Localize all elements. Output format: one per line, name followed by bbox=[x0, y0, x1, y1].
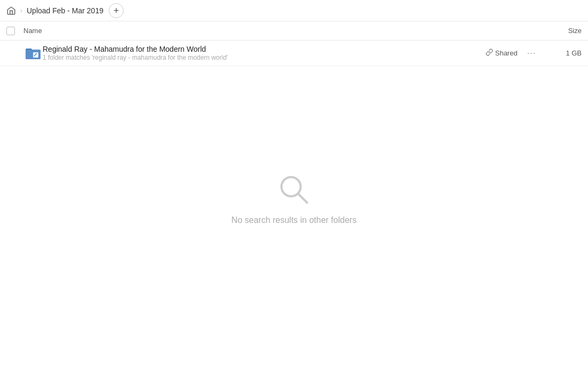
table-row[interactable]: Reginald Ray - Mahamudra for the Modern … bbox=[0, 41, 588, 66]
select-all-checkbox-col[interactable] bbox=[6, 27, 23, 35]
file-name-col: Reginald Ray - Mahamudra for the Modern … bbox=[43, 45, 486, 61]
file-name: Reginald Ray - Mahamudra for the Modern … bbox=[43, 45, 486, 53]
file-match-text: 1 folder matches 'reginald ray - mahamud… bbox=[43, 54, 486, 61]
link-icon bbox=[486, 49, 493, 58]
no-results-text: No search results in other folders bbox=[231, 215, 357, 225]
shared-badge: Shared bbox=[486, 49, 518, 58]
name-column-header: Name bbox=[23, 27, 539, 35]
no-results-area: No search results in other folders bbox=[0, 173, 588, 225]
folder-icon bbox=[26, 47, 41, 60]
file-size: 1 GB bbox=[539, 49, 582, 57]
size-column-header: Size bbox=[539, 27, 582, 35]
file-icon-col bbox=[23, 47, 43, 60]
svg-line-7 bbox=[299, 194, 307, 203]
column-headers: Name Size bbox=[0, 21, 588, 41]
home-button[interactable] bbox=[6, 6, 16, 15]
select-all-checkbox[interactable] bbox=[6, 27, 15, 35]
breadcrumb-separator: › bbox=[20, 7, 22, 14]
shared-label: Shared bbox=[495, 49, 518, 57]
add-button[interactable]: + bbox=[109, 3, 124, 18]
file-actions: Shared ··· bbox=[486, 46, 539, 60]
breadcrumb-title: Upload Feb - Mar 2019 bbox=[27, 6, 103, 15]
more-options-icon[interactable]: ··· bbox=[524, 46, 539, 60]
header: › Upload Feb - Mar 2019 + bbox=[0, 0, 588, 21]
no-results-search-icon bbox=[277, 173, 311, 207]
